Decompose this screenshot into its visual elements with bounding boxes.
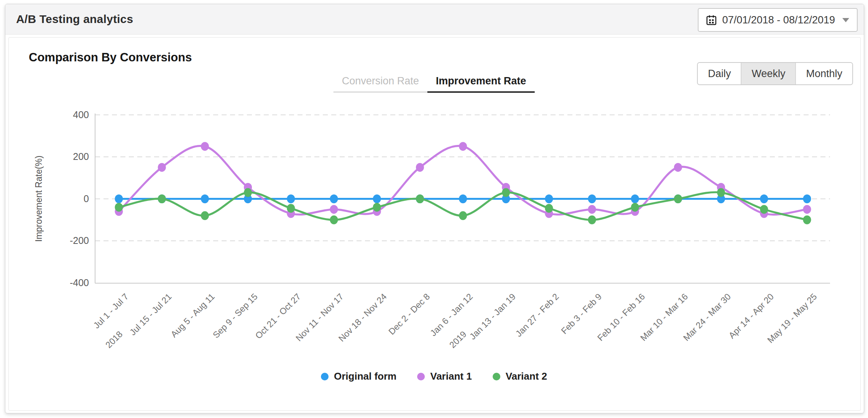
y-axis-title: Improvement Rate(%) <box>34 156 44 242</box>
date-range-value: 07/01/2018 - 08/12/2019 <box>722 14 835 26</box>
chart-panel <box>8 37 861 411</box>
period-toggle: DailyWeeklyMonthly <box>697 62 853 85</box>
legend-swatch <box>493 373 500 380</box>
legend-label: Original form <box>334 370 396 382</box>
chart-title: Comparison By Conversions <box>29 51 192 64</box>
tab-conversion-rate[interactable]: Conversion Rate <box>334 75 427 93</box>
toggle-monthly[interactable]: Monthly <box>795 63 852 84</box>
y-tick-label: -400 <box>43 277 89 288</box>
chevron-down-icon <box>842 18 849 22</box>
legend-label: Variant 1 <box>430 370 472 382</box>
chart-legend: Original formVariant 1Variant 2 <box>0 370 868 382</box>
legend-swatch <box>321 373 329 380</box>
y-tick-label: 200 <box>43 151 89 162</box>
toggle-daily[interactable]: Daily <box>698 63 741 84</box>
y-tick-label: 0 <box>43 193 89 204</box>
toggle-weekly[interactable]: Weekly <box>741 63 795 84</box>
card-header: A/B Testing analytics 07/01/2018 - 08/12… <box>5 4 864 35</box>
y-tick-label: -200 <box>43 235 89 246</box>
legend-item-original-form[interactable]: Original form <box>321 370 396 382</box>
legend-item-variant-1[interactable]: Variant 1 <box>417 370 472 382</box>
tab-improvement-rate[interactable]: Improvement Rate <box>427 75 535 93</box>
date-range-picker[interactable]: 07/01/2018 - 08/12/2019 <box>698 8 858 32</box>
legend-item-variant-2[interactable]: Variant 2 <box>493 370 547 382</box>
rate-tabs: Conversion RateImprovement Rate <box>334 75 535 93</box>
calendar-icon <box>706 15 717 25</box>
page-title: A/B Testing analytics <box>16 13 133 26</box>
legend-label: Variant 2 <box>506 370 547 382</box>
legend-swatch <box>417 373 425 380</box>
y-tick-label: 400 <box>43 109 89 120</box>
